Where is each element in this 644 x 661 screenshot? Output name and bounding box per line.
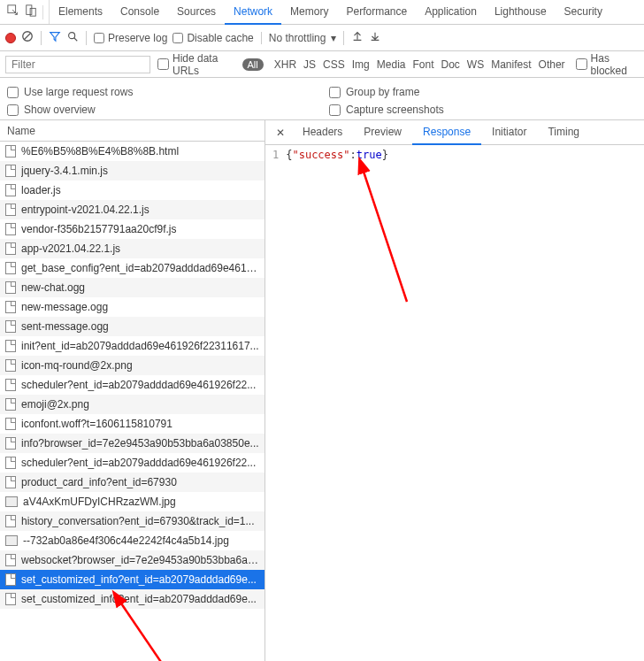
tab-headers[interactable]: Headers <box>292 120 353 144</box>
throttling-select[interactable]: No throttling ▾ <box>261 32 337 44</box>
use-large-rows-checkbox[interactable]: Use large request rows <box>7 83 315 101</box>
request-row[interactable]: new-chat.ogg <box>0 278 264 297</box>
filter-type-all[interactable]: All <box>242 58 264 71</box>
tab-console[interactable]: Console <box>111 0 168 24</box>
tab-timing[interactable]: Timing <box>537 120 590 144</box>
request-row[interactable]: app-v2021.04.22.1.js <box>0 239 264 258</box>
request-row[interactable]: init?ent_id=ab2079adddad69e461926f223116… <box>0 336 264 356</box>
request-row[interactable]: set_customized_info?ent_id=ab2079adddad6… <box>0 570 264 589</box>
tab-performance[interactable]: Performance <box>337 0 416 24</box>
capture-screenshots-label: Capture screenshots <box>346 104 444 116</box>
request-list[interactable]: %E6%B5%8B%E4%B8%8B.htmljquery-3.4.1.min.… <box>0 142 264 661</box>
filter-input[interactable] <box>5 56 150 73</box>
filter-type-doc[interactable]: Doc <box>438 58 464 71</box>
request-name: init?ent_id=ab2079adddad69e461926f223116… <box>21 340 259 352</box>
request-row[interactable]: vendor-f356b2157791aa20cf9f.js <box>0 219 264 239</box>
document-file-icon <box>5 437 16 450</box>
request-row[interactable]: %E6%B5%8B%E4%B8%8B.html <box>0 142 264 161</box>
close-details-icon[interactable]: ✕ <box>269 127 292 139</box>
document-file-icon <box>5 242 16 255</box>
device-toolbar-icon[interactable] <box>25 4 37 19</box>
request-row[interactable]: aV4AxKmUFDyICHRzazWM.jpg <box>0 492 264 511</box>
dock-controls <box>2 0 50 24</box>
filter-icon[interactable] <box>49 30 61 45</box>
use-large-rows-input[interactable] <box>7 87 19 98</box>
annotation-arrow-right <box>354 160 425 313</box>
request-row[interactable]: icon-mq-round@2x.png <box>0 356 264 375</box>
request-row[interactable]: get_base_config?ent_id=ab2079adddad69e46… <box>0 258 264 278</box>
options-right: Group by frame Capture screenshots <box>322 78 644 119</box>
request-row[interactable]: product_card_info?ent_id=67930 <box>0 473 264 492</box>
document-file-icon <box>5 281 16 294</box>
hide-data-urls-checkbox[interactable]: Hide data URLs <box>157 52 235 77</box>
image-file-icon <box>5 535 18 546</box>
record-button[interactable] <box>5 33 16 43</box>
request-row[interactable]: set_customized_info?ent_id=ab2079adddad6… <box>0 589 264 609</box>
group-by-frame-input[interactable] <box>329 87 341 98</box>
tab-preview[interactable]: Preview <box>353 120 412 144</box>
request-row[interactable]: sent-message.ogg <box>0 317 264 336</box>
document-file-icon <box>5 379 16 391</box>
request-row[interactable]: new-message.ogg <box>0 297 264 317</box>
request-row[interactable]: websocket?browser_id=7e2e9453a90b53bba6a… <box>0 550 264 570</box>
request-row[interactable]: iconfont.woff?t=1606115810791 <box>0 414 264 434</box>
has-blocked-input[interactable] <box>576 58 587 70</box>
tab-response[interactable]: Response <box>412 120 481 145</box>
response-body[interactable]: 1 {"success":true} <box>265 145 644 165</box>
search-icon[interactable] <box>66 30 79 45</box>
filter-type-xhr[interactable]: XHR <box>271 58 300 71</box>
group-by-frame-checkbox[interactable]: Group by frame <box>329 83 637 101</box>
filter-type-other[interactable]: Other <box>535 58 569 71</box>
document-file-icon <box>5 165 16 177</box>
tab-elements[interactable]: Elements <box>50 0 111 24</box>
preserve-log-checkbox[interactable]: Preserve log <box>94 32 167 44</box>
request-row[interactable]: jquery-3.4.1.min.js <box>0 161 264 181</box>
capture-screenshots-input[interactable] <box>329 104 341 116</box>
request-name: aV4AxKmUFDyICHRzazWM.jpg <box>23 496 176 508</box>
request-row[interactable]: emoji@2x.png <box>0 395 264 414</box>
preserve-log-input[interactable] <box>94 33 104 43</box>
requests-header-name[interactable]: Name <box>0 120 264 142</box>
capture-screenshots-checkbox[interactable]: Capture screenshots <box>329 101 637 119</box>
options-bar: Use large request rows Show overview Gro… <box>0 78 644 120</box>
request-row[interactable]: info?browser_id=7e2e9453a90b53bba6a03850… <box>0 434 264 453</box>
filter-type-css[interactable]: CSS <box>319 58 349 71</box>
filter-type-js[interactable]: JS <box>300 58 319 71</box>
tab-security[interactable]: Security <box>556 0 611 24</box>
filter-type-manifest[interactable]: Manifest <box>487 58 534 71</box>
tab-sources[interactable]: Sources <box>168 0 225 24</box>
request-row[interactable]: scheduler?ent_id=ab2079adddad69e461926f2… <box>0 375 264 395</box>
has-blocked-checkbox[interactable]: Has blocked <box>576 52 639 77</box>
request-row[interactable]: history_conversation?ent_id=67930&track_… <box>0 511 264 531</box>
clear-icon[interactable] <box>21 30 34 45</box>
tab-memory[interactable]: Memory <box>281 0 337 24</box>
show-overview-checkbox[interactable]: Show overview <box>7 101 315 119</box>
filter-type-ws[interactable]: WS <box>464 58 487 71</box>
show-overview-input[interactable] <box>7 104 19 116</box>
tab-initiator[interactable]: Initiator <box>481 120 537 144</box>
request-name: icon-mq-round@2x.png <box>21 359 133 372</box>
document-file-icon <box>5 457 16 469</box>
tab-lighthouse[interactable]: Lighthouse <box>486 0 556 24</box>
document-file-icon <box>5 418 16 430</box>
request-row[interactable]: loader.js <box>0 181 264 200</box>
request-row[interactable]: --732ab0a86e4f306c44e2242f4c4a5b14.jpg <box>0 531 264 550</box>
inspect-element-icon[interactable] <box>7 4 19 19</box>
request-row[interactable]: entrypoint-v2021.04.22.1.js <box>0 200 264 219</box>
document-file-icon <box>5 301 16 313</box>
filter-type-font[interactable]: Font <box>409 58 437 71</box>
export-har-icon[interactable] <box>369 30 381 45</box>
tab-network[interactable]: Network <box>225 0 281 25</box>
disable-cache-checkbox[interactable]: Disable cache <box>172 32 253 44</box>
filter-type-img[interactable]: Img <box>349 58 373 71</box>
separator <box>86 31 87 45</box>
import-har-icon[interactable] <box>351 30 364 45</box>
document-file-icon <box>5 340 16 352</box>
request-row[interactable]: scheduler?ent_id=ab2079adddad69e461926f2… <box>0 453 264 473</box>
tab-application[interactable]: Application <box>416 0 486 24</box>
filter-type-media[interactable]: Media <box>373 58 410 71</box>
document-file-icon <box>5 554 16 566</box>
document-file-icon <box>5 320 16 333</box>
disable-cache-input[interactable] <box>172 33 183 43</box>
hide-data-urls-input[interactable] <box>157 58 169 70</box>
